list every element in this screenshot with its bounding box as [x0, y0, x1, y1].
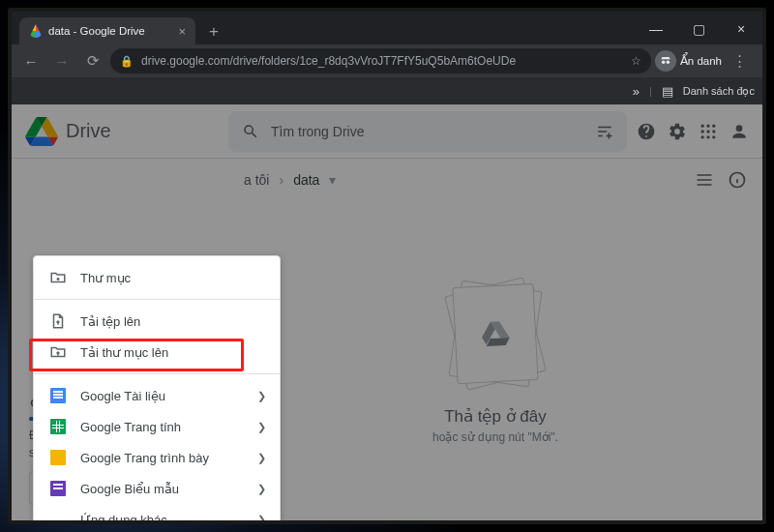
close-tab-icon[interactable]: ×	[178, 24, 186, 39]
svg-point-7	[712, 130, 715, 133]
drop-title: Thả tệp ở đây	[444, 406, 547, 427]
star-icon[interactable]: ☆	[631, 54, 641, 68]
menu-item-folder[interactable]: Thư mục	[34, 262, 280, 293]
apps-grid-icon[interactable]	[699, 122, 718, 141]
svg-point-4	[712, 124, 715, 127]
drive-header: Drive Tìm trong Drive	[12, 104, 762, 159]
address-bar: ← → ⟳ 🔒 drive.google.com/drive/folders/1…	[12, 44, 762, 77]
svg-point-2	[701, 124, 704, 127]
incognito-label: Ẩn danh	[680, 54, 722, 68]
svg-point-9	[706, 135, 709, 138]
drive-toolbar: a tôi › data ▾	[228, 159, 762, 201]
search-icon	[242, 123, 259, 140]
menu-item-sheets[interactable]: Google Trang tính ❯	[34, 411, 280, 442]
breadcrumb-current[interactable]: data	[293, 172, 319, 188]
blank-icon	[49, 511, 67, 520]
help-icon[interactable]	[637, 122, 656, 141]
menu-item-upload-file[interactable]: Tải tệp lên	[34, 306, 280, 337]
lock-icon: 🔒	[120, 55, 134, 68]
minimize-button[interactable]: —	[635, 14, 677, 44]
list-view-icon[interactable]	[695, 170, 714, 190]
menu-item-forms[interactable]: Google Biểu mẫu ❯	[34, 473, 280, 504]
svg-point-5	[701, 130, 704, 133]
svg-point-0	[662, 60, 666, 63]
menu-item-label: Tải thư mục lên	[80, 345, 168, 360]
svg-point-10	[712, 135, 715, 138]
chevron-right-icon: ❯	[257, 514, 266, 521]
menu-item-label: Google Tài liệu	[80, 389, 165, 403]
close-window-button[interactable]: ×	[720, 14, 762, 44]
menu-item-slides[interactable]: Google Trang trình bày ❯	[34, 442, 280, 473]
drive-favicon-icon	[29, 24, 43, 38]
reading-list-button[interactable]: Danh sách đọc	[683, 85, 755, 98]
google-slides-icon	[49, 449, 67, 466]
chevron-right-icon: ›	[279, 172, 283, 188]
chevron-right-icon: ❯	[257, 390, 266, 402]
new-folder-icon	[49, 269, 67, 286]
tab-title: data - Google Drive	[48, 25, 145, 37]
drive-logo-icon	[480, 320, 510, 347]
bookmarks-bar: » | ▤ Danh sách đọc	[12, 77, 762, 104]
svg-point-3	[706, 124, 709, 127]
dropdown-icon[interactable]: ▾	[329, 172, 336, 188]
svg-point-8	[701, 135, 704, 138]
reload-button[interactable]: ⟳	[79, 47, 106, 74]
drop-zone[interactable]: Thả tệp ở đây hoặc sử dụng nút "Mới".	[228, 201, 762, 520]
browser-tab[interactable]: data - Google Drive ×	[19, 17, 195, 44]
reading-list-icon: ▤	[662, 84, 673, 99]
upload-folder-icon	[49, 343, 67, 361]
drive-logo[interactable]: Drive	[25, 117, 219, 146]
chevron-right-icon: ❯	[257, 483, 266, 495]
browser-window: data - Google Drive × + — ▢ × ← → ⟳ 🔒 dr…	[12, 12, 762, 520]
browser-menu-button[interactable]: ⋮	[726, 47, 753, 74]
menu-item-docs[interactable]: Google Tài liệu ❯	[34, 380, 280, 411]
tab-bar: data - Google Drive × + — ▢ ×	[12, 12, 762, 44]
tune-icon[interactable]	[596, 123, 613, 140]
drive-app-name: Drive	[66, 120, 111, 142]
menu-item-label: Google Biểu mẫu	[80, 482, 179, 496]
info-icon[interactable]	[728, 170, 747, 190]
menu-item-more[interactable]: Ứng dụng khác ❯	[34, 504, 280, 520]
google-forms-icon	[49, 480, 67, 497]
back-button[interactable]: ←	[17, 47, 45, 74]
url-text: drive.google.com/drive/folders/1ce_r8dq3…	[141, 54, 516, 68]
menu-item-label: Google Trang tính	[80, 420, 181, 434]
menu-item-label: Google Trang trình bày	[80, 451, 209, 465]
new-context-menu: Thư mục Tải tệp lên Tải thư mục lên Goog…	[33, 255, 281, 520]
drop-subtitle: hoặc sử dụng nút "Mới".	[432, 430, 558, 444]
menu-item-label: Ứng dụng khác	[80, 513, 167, 521]
account-icon[interactable]	[729, 122, 749, 141]
google-docs-icon	[49, 387, 67, 404]
maximize-button[interactable]: ▢	[677, 14, 720, 44]
upload-file-icon	[49, 312, 67, 330]
menu-item-upload-folder[interactable]: Tải thư mục lên	[34, 337, 280, 368]
window-controls: — ▢ ×	[635, 14, 762, 44]
chevron-right-icon: ❯	[257, 421, 266, 433]
drive-app: Drive Tìm trong Drive Bộ nhớ	[12, 104, 762, 520]
google-sheets-icon	[49, 418, 67, 435]
incognito-avatar-icon[interactable]	[655, 50, 676, 72]
breadcrumb-root[interactable]: a tôi	[244, 172, 269, 188]
breadcrumb[interactable]: a tôi › data ▾	[244, 172, 336, 188]
menu-item-label: Thư mục	[80, 271, 131, 285]
svg-point-11	[736, 125, 743, 132]
settings-icon[interactable]	[668, 122, 687, 141]
chevron-right-icon: ❯	[257, 452, 266, 464]
svg-point-6	[706, 130, 709, 133]
empty-state-illustration	[442, 279, 549, 395]
drive-main: a tôi › data ▾	[228, 159, 762, 520]
search-placeholder: Tìm trong Drive	[271, 124, 364, 139]
forward-button[interactable]: →	[48, 47, 75, 74]
overflow-icon[interactable]: »	[633, 84, 640, 99]
drive-logo-icon	[25, 117, 58, 146]
menu-item-label: Tải tệp lên	[80, 314, 140, 329]
search-box[interactable]: Tìm trong Drive	[228, 111, 627, 152]
new-tab-button[interactable]: +	[201, 19, 226, 44]
url-input[interactable]: 🔒 drive.google.com/drive/folders/1ce_r8d…	[110, 48, 651, 74]
svg-point-1	[666, 60, 670, 63]
